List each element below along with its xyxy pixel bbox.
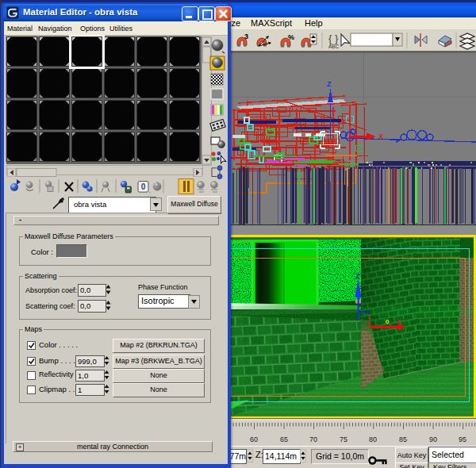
svg-text:75: 75: [340, 435, 347, 443]
svg-text:65: 65: [280, 435, 288, 443]
svg-text:{ }: { }: [328, 33, 339, 44]
svg-text:60: 60: [250, 435, 258, 443]
svg-text:%: %: [288, 33, 294, 41]
svg-text:90: 90: [429, 435, 437, 443]
svg-text:70: 70: [309, 435, 317, 443]
svg-text:X: X: [397, 318, 401, 325]
svg-text:0: 0: [141, 182, 146, 191]
svg-text:3: 3: [244, 33, 248, 40]
svg-text:Z: Z: [355, 272, 360, 280]
svg-text:0: 0: [386, 318, 390, 325]
svg-text:.: .: [149, 188, 151, 194]
svg-text:80: 80: [369, 435, 377, 443]
svg-text:X: X: [378, 132, 383, 140]
svg-text:Z: Z: [327, 80, 332, 88]
svg-text:ABC: ABC: [328, 44, 340, 49]
svg-text:85: 85: [399, 435, 407, 443]
svg-text:95: 95: [459, 435, 466, 443]
